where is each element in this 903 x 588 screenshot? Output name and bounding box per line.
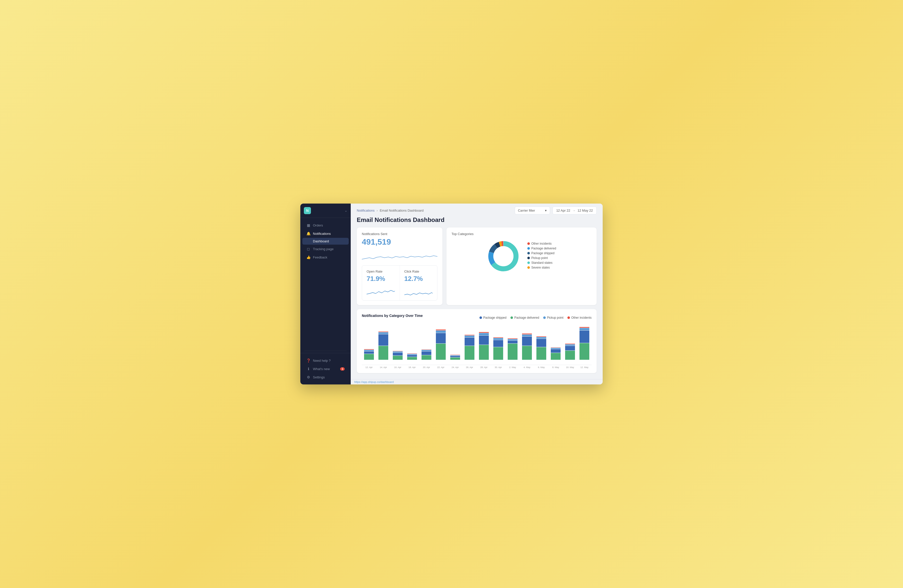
sidebar-item-whats-new[interactable]: ℹ What's new 1	[302, 365, 349, 373]
bar-segment	[536, 337, 546, 339]
sidebar-bottom: ❓ Need help ? ℹ What's new 1 ⚙ Settings	[300, 353, 351, 384]
date-range-picker[interactable]: 12 Apr 22 → 12 May 22	[552, 207, 596, 214]
bar-chart-legend: Package shipped Package delivered Pickup…	[480, 316, 592, 319]
bar-segment	[465, 336, 475, 337]
bar-segment	[479, 345, 489, 360]
bar-segment	[450, 356, 460, 357]
bar-segment	[465, 346, 475, 360]
whats-new-badge: 1	[340, 367, 345, 371]
bar-legend-dot-other	[567, 316, 570, 319]
bar-x-label: 12. May	[577, 366, 592, 369]
bar-legend-label-delivered: Package delivered	[514, 316, 539, 319]
bar-segment	[450, 357, 460, 360]
sidebar-divider	[304, 351, 347, 351]
sidebar-item-feedback[interactable]: 👍 Feedback	[302, 253, 349, 261]
breadcrumb-parent[interactable]: Notifications	[357, 209, 374, 212]
sidebar-chevron-icon[interactable]: ⌄	[345, 209, 347, 212]
bar-segment	[493, 337, 503, 338]
sidebar-item-orders[interactable]: ▦ Orders	[302, 221, 349, 229]
bar-segment	[378, 332, 389, 334]
legend-dot-pickup	[527, 257, 530, 259]
legend-dot-standard	[527, 261, 530, 264]
bar-legend-delivered: Package delivered	[510, 316, 539, 319]
click-rate-label: Click Rate	[404, 270, 433, 274]
chevron-down-icon: ▾	[545, 209, 547, 212]
bar-group	[549, 325, 563, 360]
sidebar-item-notifications-label: Notifications	[313, 232, 331, 236]
bar-segment	[508, 338, 518, 339]
legend-standard-states: Standard states	[527, 261, 556, 264]
page-title: Email Notifications Dashboard	[357, 216, 444, 223]
bar-group	[448, 325, 463, 360]
breadcrumb: Notifications › Email Notifications Dash…	[357, 209, 423, 212]
bar-segment	[364, 351, 374, 354]
sidebar-item-notifications[interactable]: 🔔 Notifications	[302, 230, 349, 237]
bar-segment	[450, 355, 460, 356]
sidebar-item-tracking-page[interactable]: ◻ Tracking page	[302, 245, 349, 253]
help-icon: ❓	[307, 358, 310, 363]
click-rate-card: Click Rate 12.7%	[400, 266, 437, 300]
bar-segment	[450, 355, 460, 355]
grid-icon: ▦	[307, 223, 310, 227]
bar-segment	[407, 355, 417, 357]
donut-chart	[487, 240, 520, 273]
bar-legend-dot-shipped	[480, 316, 482, 319]
bar-legend-shipped: Package shipped	[480, 316, 507, 319]
bar-legend-other: Other incidents	[567, 316, 592, 319]
bar-x-label: 28. Apr	[477, 366, 491, 369]
bar-segment	[479, 333, 489, 335]
sidebar-item-help-label: Need help ?	[313, 359, 330, 363]
bar-segment	[422, 349, 432, 350]
bar-segment	[565, 344, 575, 346]
donut-section: Other incidents Package delivered Packag…	[452, 237, 592, 275]
bar-segment	[378, 346, 389, 360]
open-rate-label: Open Rate	[367, 270, 395, 274]
breadcrumb-current: Email Notifications Dashboard	[380, 209, 423, 212]
info-icon: ℹ	[307, 367, 310, 371]
bar-segment	[407, 357, 417, 360]
legend-dot-shipped	[527, 252, 530, 255]
bar-segment	[551, 349, 561, 353]
bar-segment	[364, 349, 374, 350]
bar-segment	[565, 351, 575, 360]
sidebar-item-dashboard-label: Dashboard	[313, 239, 329, 243]
date-start: 12 Apr 22	[556, 209, 570, 212]
bar-segment	[393, 351, 403, 352]
legend-label-pickup: Pickup point	[532, 256, 548, 260]
legend-label-shipped: Package shipped	[532, 252, 555, 255]
bar-legend-dot-pickup	[543, 316, 546, 319]
bar-segment	[436, 333, 446, 343]
cards-row: Notifications Sent 491,519 Open Rate	[351, 228, 603, 305]
breadcrumb-separator: ›	[377, 209, 378, 212]
bar-chart-card: Notifications by Category Over Time Pack…	[357, 309, 596, 373]
bar-group	[405, 325, 419, 360]
top-bar: Notifications › Email Notifications Dash…	[351, 204, 603, 214]
legend-label-standard: Standard states	[532, 261, 552, 264]
sidebar-nav: ▦ Orders 🔔 Notifications Dashboard ◻ Tra…	[300, 218, 351, 349]
sidebar-item-tracking-label: Tracking page	[313, 247, 334, 251]
bar-legend-label-shipped: Package shipped	[483, 316, 507, 319]
bar-group	[419, 325, 434, 360]
bar-chart-title: Notifications by Category Over Time	[362, 314, 423, 318]
bar-segment	[522, 333, 532, 334]
bar-segment	[436, 330, 446, 333]
bar-x-label: 26. Apr	[463, 366, 477, 369]
sidebar-item-dashboard[interactable]: Dashboard	[302, 238, 349, 245]
app-window: N ⌄ ▦ Orders 🔔 Notifications Dashboard ◻…	[300, 204, 603, 384]
bar-segment	[536, 336, 546, 337]
click-rate-chart	[404, 285, 433, 297]
click-rate-value: 12.7%	[404, 275, 433, 283]
bar-segment	[493, 338, 503, 340]
carrier-filter-dropdown[interactable]: Carrier filter ▾	[515, 207, 550, 214]
open-rate-value: 71.9%	[367, 275, 395, 283]
bar-segment	[364, 350, 374, 351]
date-end: 12 May 22	[577, 209, 593, 212]
sidebar-item-need-help[interactable]: ❓ Need help ?	[302, 357, 349, 365]
rate-cards-wrapper: Open Rate 71.9% Click Rate	[362, 265, 437, 300]
legend-dot-severe	[527, 266, 530, 269]
sidebar-item-settings[interactable]: ⚙ Settings	[302, 373, 349, 381]
top-categories-title: Top Categories	[452, 232, 592, 236]
bell-icon: 🔔	[307, 231, 310, 236]
bar-segment	[508, 341, 518, 343]
bar-group	[505, 325, 520, 360]
